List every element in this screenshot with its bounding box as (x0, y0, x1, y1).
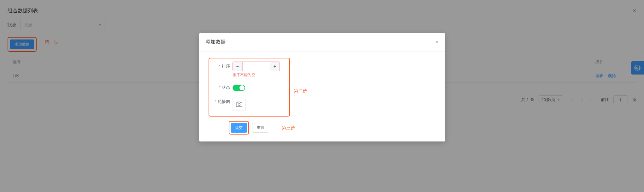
step3-annotation: 第三步 (282, 125, 295, 131)
stepper-increase[interactable]: + (270, 62, 280, 71)
dialog-close-button[interactable]: ✕ (435, 39, 439, 45)
sort-stepper[interactable]: − + (233, 62, 280, 71)
stepper-decrease[interactable]: − (233, 62, 242, 71)
status-toggle[interactable] (233, 85, 245, 91)
dialog-title: 添加数据 (205, 39, 226, 45)
sort-label: 排序 (222, 64, 230, 69)
svg-point-1 (238, 104, 240, 106)
sort-input[interactable] (242, 62, 270, 71)
add-data-dialog: 添加数据 ✕ *排序 − + 排序不能为空 (199, 33, 445, 141)
reset-button[interactable]: 重置 (252, 123, 269, 133)
close-icon: ✕ (435, 39, 439, 45)
sort-error: 排序不能为空 (233, 72, 280, 78)
carousel-label: 轮播图 (218, 99, 230, 104)
minus-icon: − (236, 64, 239, 69)
camera-icon (236, 101, 242, 107)
plus-icon: + (273, 64, 276, 69)
step2-annotation: 第二步 (294, 88, 307, 94)
image-upload[interactable] (233, 98, 246, 111)
submit-button[interactable]: 提交 (231, 123, 247, 133)
modal-overlay: 添加数据 ✕ *排序 − + 排序不能为空 (0, 0, 644, 192)
status-label: 状态 (222, 85, 230, 90)
